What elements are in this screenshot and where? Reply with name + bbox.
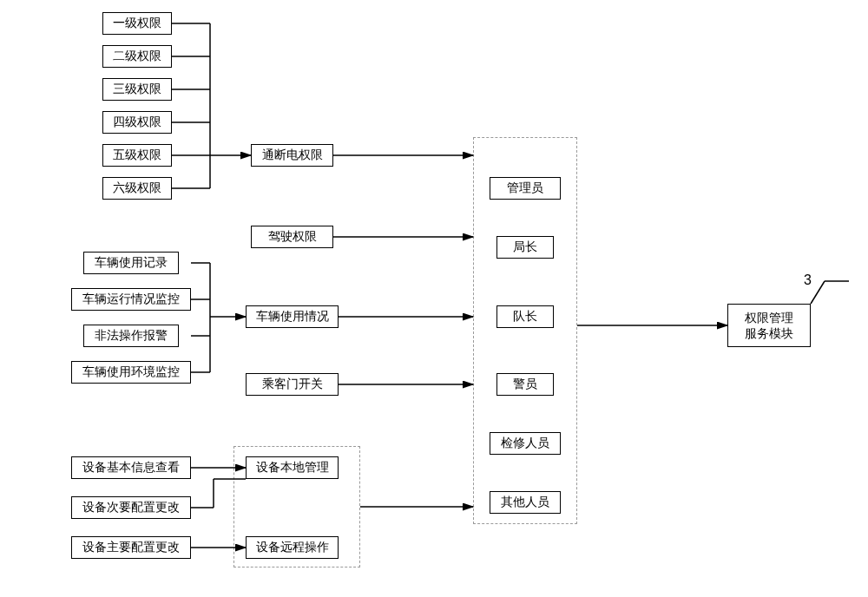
box-role-director: 局长: [496, 236, 554, 259]
box-veh-op-monitor: 车辆运行情况监控: [71, 288, 191, 311]
box-veh-env-monitor: 车辆使用环境监控: [71, 361, 191, 384]
box-module: 权限管理 服务模块: [727, 304, 811, 347]
box-dev-local-mgmt: 设备本地管理: [246, 456, 339, 479]
box-level3: 三级权限: [102, 78, 172, 101]
box-dev-minor-config: 设备次要配置更改: [71, 496, 191, 519]
box-illegal-alarm: 非法操作报警: [83, 325, 179, 347]
box-power-auth: 通断电权限: [251, 144, 333, 167]
box-veh-use-record: 车辆使用记录: [83, 252, 179, 274]
box-role-admin: 管理员: [490, 177, 561, 200]
box-role-captain: 队长: [496, 305, 554, 328]
box-role-maintainer: 检修人员: [490, 432, 561, 455]
box-drive-auth: 驾驶权限: [251, 226, 333, 248]
box-level5: 五级权限: [102, 144, 172, 167]
box-passenger-door: 乘客门开关: [246, 373, 339, 396]
svg-line-25: [811, 281, 825, 304]
box-level2: 二级权限: [102, 45, 172, 68]
box-veh-use-status: 车辆使用情况: [246, 305, 339, 328]
label-3: 3: [804, 272, 812, 288]
box-role-other: 其他人员: [490, 491, 561, 514]
box-level1: 一级权限: [102, 12, 172, 35]
box-dev-remote-op: 设备远程操作: [246, 536, 339, 559]
module-line1: 权限管理: [745, 311, 793, 325]
module-line2: 服务模块: [745, 326, 793, 340]
box-dev-basic-info: 设备基本信息查看: [71, 456, 191, 479]
box-level6: 六级权限: [102, 177, 172, 200]
box-level4: 四级权限: [102, 111, 172, 134]
box-dev-major-config: 设备主要配置更改: [71, 536, 191, 559]
box-role-officer: 警员: [496, 373, 554, 396]
